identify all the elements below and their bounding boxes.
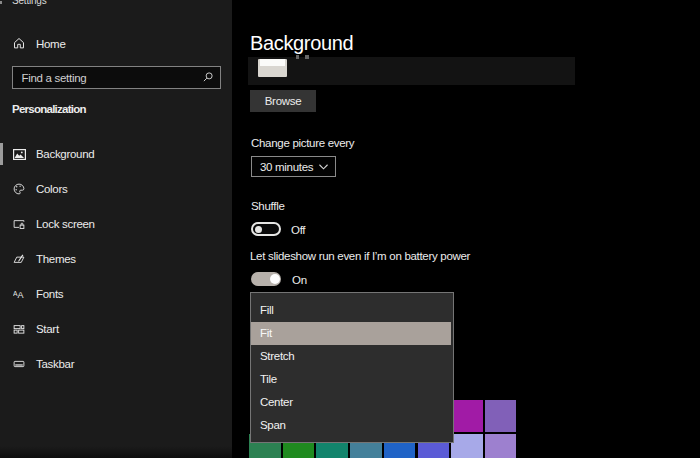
svg-text:A: A (18, 290, 24, 300)
